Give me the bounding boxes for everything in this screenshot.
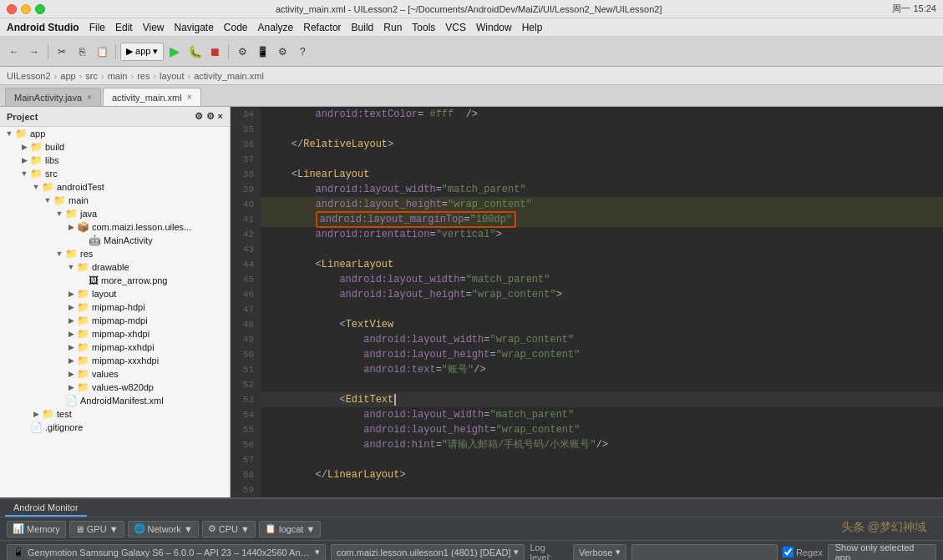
network-icon: 🌐 bbox=[134, 523, 145, 534]
line-num-53: 53 bbox=[231, 392, 261, 407]
forward-button[interactable]: → bbox=[25, 43, 43, 61]
tree-item-more-arrow[interactable]: 🖼 more_arrow.png bbox=[0, 274, 230, 287]
tree-item-build[interactable]: ▶ 📁 build bbox=[0, 140, 230, 154]
line-num-57: 57 bbox=[231, 452, 261, 467]
menu-vcs[interactable]: VCS bbox=[445, 22, 466, 33]
log-search-input[interactable] bbox=[631, 544, 777, 561]
debug-button[interactable]: 🐛 bbox=[185, 43, 204, 61]
app-dropdown[interactable]: ▶ app ▾ bbox=[120, 43, 164, 61]
tree-label-main: main bbox=[68, 195, 89, 205]
tree-item-drawable[interactable]: ▼ 📁 drawable bbox=[0, 260, 230, 274]
menu-run[interactable]: Run bbox=[383, 22, 402, 33]
menu-bar: Android Studio File Edit View Navigate C… bbox=[0, 18, 943, 37]
show-only-selected-app-button[interactable]: Show only selected app bbox=[828, 544, 936, 561]
settings-button[interactable]: ⚙ bbox=[273, 43, 292, 61]
sidebar-sync-icon[interactable]: ⚙ bbox=[195, 111, 203, 122]
tree-item-test[interactable]: ▶ 📁 test bbox=[0, 407, 230, 421]
tree-item-libs[interactable]: ▶ 📁 libs bbox=[0, 154, 230, 167]
regex-checkbox-label[interactable]: Regex bbox=[783, 547, 823, 557]
tree-item-mipmap-mdpi[interactable]: ▶ 📁 mipmap-mdpi bbox=[0, 314, 230, 327]
sidebar-close-icon[interactable]: × bbox=[218, 111, 223, 122]
tree-item-res[interactable]: ▼ 📁 res bbox=[0, 247, 230, 260]
cpu-btn[interactable]: ⚙ CPU ▼ bbox=[202, 521, 256, 537]
network-btn[interactable]: 🌐 Network ▼ bbox=[128, 521, 199, 537]
class-icon: 🤖 bbox=[89, 235, 101, 246]
android-monitor-panel: Android Monitor 📊 Memory 🖥 GPU ▼ 🌐 Netwo… bbox=[0, 497, 943, 560]
package-selector[interactable]: com.maizi.lesson.uilesson1 (4801) [DEAD]… bbox=[331, 544, 525, 561]
tree-item-java[interactable]: ▼ 📁 java bbox=[0, 207, 230, 220]
menu-view[interactable]: View bbox=[143, 22, 165, 33]
breadcrumb-src[interactable]: src bbox=[85, 71, 98, 81]
memory-btn[interactable]: 📊 Memory bbox=[7, 521, 66, 537]
code-line-44: 44 <LinearLayout bbox=[231, 257, 943, 272]
tree-label-build: build bbox=[45, 142, 64, 152]
breadcrumb-file[interactable]: activity_main.xml bbox=[194, 71, 264, 81]
tree-item-layout[interactable]: ▶ 📁 layout bbox=[0, 287, 230, 300]
breadcrumb-layout[interactable]: layout bbox=[160, 71, 184, 81]
gpu-btn[interactable]: 🖥 GPU ▼ bbox=[69, 521, 124, 537]
breadcrumb-app[interactable]: app bbox=[60, 71, 75, 81]
paste-button[interactable]: 📋 bbox=[93, 43, 111, 61]
tab-activity-main[interactable]: activity_main.xml × bbox=[103, 88, 201, 106]
tree-item-app[interactable]: ▼ 📁 app bbox=[0, 127, 230, 140]
menu-navigate[interactable]: Navigate bbox=[174, 22, 213, 33]
tree-item-mainactivity[interactable]: 🤖 MainActivity bbox=[0, 234, 230, 247]
tab-mainactivity-close[interactable]: × bbox=[87, 93, 92, 102]
tree-item-package[interactable]: ▶ 📦 com.maizi.lesson.uiles... bbox=[0, 220, 230, 234]
regex-checkbox[interactable] bbox=[783, 547, 793, 557]
folder-icon-test: 📁 bbox=[42, 408, 54, 420]
tree-item-mipmap-xxxhdpi[interactable]: ▶ 📁 mipmap-xxxhdpi bbox=[0, 354, 230, 367]
copy-button[interactable]: ⎘ bbox=[73, 43, 91, 61]
breadcrumb-main[interactable]: main bbox=[108, 71, 128, 81]
log-level-selector[interactable]: Verbose ▾ bbox=[573, 544, 626, 561]
avd-manager-button[interactable]: 📱 bbox=[253, 43, 271, 61]
tree-item-src[interactable]: ▼ 📁 src bbox=[0, 167, 230, 180]
menu-edit[interactable]: Edit bbox=[115, 22, 133, 33]
breadcrumb-res[interactable]: res bbox=[137, 71, 150, 81]
menu-analyze[interactable]: Analyze bbox=[258, 22, 294, 33]
run-button[interactable]: ▶ bbox=[165, 43, 184, 61]
sdk-manager-button[interactable]: ⚙ bbox=[233, 43, 251, 61]
menu-tools[interactable]: Tools bbox=[412, 22, 435, 33]
logcat-btn[interactable]: 📋 logcat ▼ bbox=[259, 521, 321, 537]
menu-code[interactable]: Code bbox=[224, 22, 248, 33]
menu-android-studio[interactable]: Android Studio bbox=[7, 22, 79, 33]
back-button[interactable]: ← bbox=[5, 43, 23, 61]
device-selector[interactable]: 📱 Genymotion Samsung Galaxy S6 – 6.0.0 –… bbox=[7, 544, 326, 561]
tree-item-values-w820dp[interactable]: ▶ 📁 values-w820dp bbox=[0, 381, 230, 394]
line-num-52: 52 bbox=[231, 377, 261, 392]
maximize-button[interactable] bbox=[35, 4, 45, 14]
menu-file[interactable]: File bbox=[89, 22, 105, 33]
tab-mainactivity-label: MainActivity.java bbox=[14, 93, 82, 103]
menu-window[interactable]: Window bbox=[476, 22, 512, 33]
help-button[interactable]: ? bbox=[293, 43, 312, 61]
tree-item-gitignore[interactable]: 📄 .gitignore bbox=[0, 421, 230, 434]
tab-activity-main-close[interactable]: × bbox=[187, 93, 192, 102]
line-num-42: 42 bbox=[231, 227, 261, 242]
tree-item-mipmap-xhdpi[interactable]: ▶ 📁 mipmap-xhdpi bbox=[0, 327, 230, 341]
tree-item-androidmanifest[interactable]: 📄 AndroidManifest.xml bbox=[0, 394, 230, 407]
gpu-icon: 🖥 bbox=[75, 524, 84, 534]
line-num-36: 36 bbox=[231, 137, 261, 152]
tree-item-mipmap-xxhdpi[interactable]: ▶ 📁 mipmap-xxhdpi bbox=[0, 341, 230, 354]
line-num-49: 49 bbox=[231, 332, 261, 347]
logcat-label: logcat ▼ bbox=[279, 524, 315, 534]
sidebar-gear-icon[interactable]: ⚙ bbox=[206, 111, 215, 122]
tab-mainactivity[interactable]: MainActivity.java × bbox=[5, 88, 101, 106]
tab-android-monitor[interactable]: Android Monitor bbox=[5, 500, 87, 517]
menu-build[interactable]: Build bbox=[352, 22, 374, 33]
tree-item-main[interactable]: ▼ 📁 main bbox=[0, 194, 230, 207]
menu-help[interactable]: Help bbox=[522, 22, 543, 33]
tree-item-values[interactable]: ▶ 📁 values bbox=[0, 367, 230, 381]
stop-button[interactable]: ⏹ bbox=[205, 43, 224, 61]
minimize-button[interactable] bbox=[21, 4, 31, 14]
cut-button[interactable]: ✂ bbox=[53, 43, 71, 61]
close-button[interactable] bbox=[7, 4, 17, 14]
menu-refactor[interactable]: Refactor bbox=[303, 22, 341, 33]
code-editor[interactable]: 34 android:textColor= #fff /> 35 36 </Re… bbox=[231, 107, 943, 497]
line-content-43 bbox=[261, 242, 273, 257]
tree-label-mipmap-mdpi: mipmap-mdpi bbox=[92, 315, 148, 325]
tree-item-androidtest[interactable]: ▼ 📁 androidTest bbox=[0, 180, 230, 194]
tree-item-mipmap-hdpi[interactable]: ▶ 📁 mipmap-hdpi bbox=[0, 300, 230, 314]
breadcrumb-uilessons2[interactable]: UILesson2 bbox=[7, 71, 51, 81]
